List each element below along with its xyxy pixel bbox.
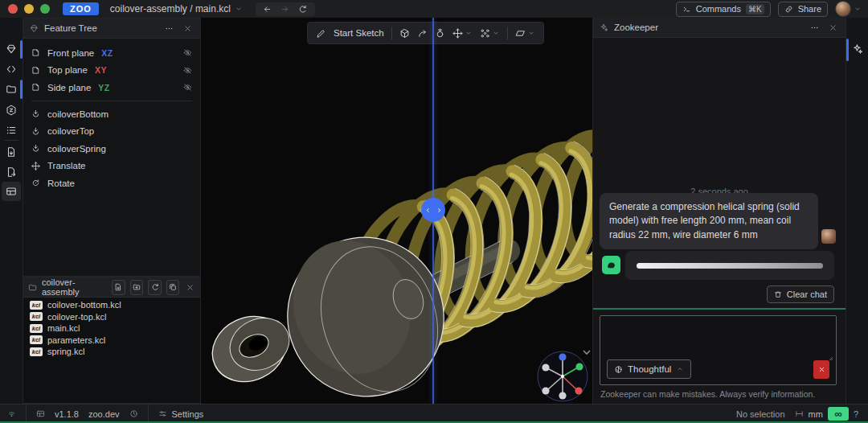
file-item[interactable]: kclmain.kcl: [30, 322, 80, 335]
share-label: Share: [798, 4, 821, 14]
refresh-files-button[interactable]: [148, 280, 162, 295]
gizmo-y-axis[interactable]: [575, 363, 583, 370]
user-menu[interactable]: [835, 1, 862, 17]
pane-split-handle[interactable]: [421, 198, 445, 222]
3d-viewport[interactable]: Start Sketch: [201, 18, 592, 404]
commands-label: Commands: [696, 4, 741, 14]
back-button[interactable]: [260, 3, 275, 15]
feature-tree-rail-button[interactable]: [6, 43, 17, 55]
zoo-variables-button[interactable]: [6, 105, 17, 116]
tree-item-coilover-top[interactable]: coiloverTop: [23, 123, 200, 141]
chevron-down-icon: [465, 29, 473, 37]
visibility-toggle-icon[interactable]: [183, 83, 192, 92]
clock-icon: [129, 409, 138, 418]
zoo-dev-link[interactable]: zoo.dev: [84, 405, 125, 423]
gizmo-x-axis[interactable]: [575, 387, 582, 394]
kcl-file-icon: kcl: [30, 335, 43, 344]
history-status-button[interactable]: [125, 405, 143, 423]
modeling-toolbar: Start Sketch: [307, 22, 544, 44]
chevron-down-icon: [527, 29, 535, 37]
help-button[interactable]: ?: [849, 405, 868, 423]
chevron-down-icon: [854, 5, 862, 13]
panel-menu-button[interactable]: [808, 21, 821, 34]
disclaimer-text: Zookeeper can make mistakes. Always veri…: [600, 389, 815, 399]
gizmo-neg-axis[interactable]: [542, 363, 549, 371]
axis-label: XZ: [101, 48, 113, 58]
import-icon: [31, 127, 40, 136]
wifi-icon: [7, 409, 16, 418]
settings-button[interactable]: Settings: [154, 405, 209, 423]
close-window-button[interactable]: [8, 4, 18, 14]
panel-close-button[interactable]: [826, 21, 839, 34]
refresh-button[interactable]: [296, 3, 310, 15]
panel-close-button[interactable]: [184, 281, 195, 294]
commands-button[interactable]: Commands ⌘K: [676, 2, 771, 17]
visibility-toggle-icon[interactable]: [183, 66, 192, 75]
gizmo-menu-chevron[interactable]: [583, 351, 590, 354]
extrude-tool-icon[interactable]: [399, 28, 410, 39]
panel-close-button[interactable]: [181, 22, 194, 35]
code-pane-button[interactable]: [6, 64, 17, 75]
input-section-divider: [593, 308, 845, 310]
feature-tree-header: Feature Tree: [23, 18, 200, 39]
model-selector-button[interactable]: Thoughtful: [607, 359, 691, 379]
clear-chat-button[interactable]: Clear chat: [767, 285, 834, 303]
project-breadcrumb[interactable]: coilover-assembly / main.kcl: [110, 3, 243, 14]
zookeeper-rail-button[interactable]: [852, 43, 863, 55]
files-pane-button[interactable]: [6, 84, 17, 95]
tree-item-rotate[interactable]: Rotate: [23, 175, 200, 192]
gizmo-neg-axis[interactable]: [542, 387, 549, 394]
view-gizmo[interactable]: [530, 344, 592, 404]
zoo-design-studio-window: ZOO coilover-assembly / main.kcl Command…: [0, 0, 868, 423]
chevron-right-icon: [436, 207, 443, 214]
gizmo-neg-axis[interactable]: [559, 392, 566, 399]
kcl-file-icon: kcl: [30, 301, 43, 310]
tree-item-coilover-spring[interactable]: coiloverSpring: [23, 140, 200, 158]
new-file-button[interactable]: [112, 280, 125, 295]
export-file-button[interactable]: [6, 146, 17, 158]
diamond-icon: [30, 24, 39, 33]
app-version[interactable]: v1.1.8: [50, 405, 84, 423]
infinity-mode-button[interactable]: ∞: [828, 407, 849, 421]
file-item[interactable]: kclparameters.kcl: [30, 335, 105, 347]
file-explorer-header: coilover-assembly: [23, 277, 200, 298]
sweep-tool-icon[interactable]: [417, 28, 428, 39]
chat-input[interactable]: [600, 316, 836, 358]
file-item[interactable]: kclcoilover-bottom.kcl: [30, 299, 121, 311]
zookeeper-panel: Zookeeper 2 seconds ago Generate a compr…: [592, 18, 845, 404]
revolve-tool-icon[interactable]: [435, 28, 445, 39]
tree-item-side-plane[interactable]: Side plane YZ: [23, 79, 200, 97]
share-button[interactable]: Share: [778, 2, 828, 17]
units-button[interactable]: mm: [790, 405, 828, 423]
import-file-button[interactable]: [6, 166, 17, 178]
logs-pane-button[interactable]: [6, 125, 17, 136]
collapse-files-button[interactable]: [166, 280, 180, 295]
panel-menu-button[interactable]: [162, 22, 175, 35]
tree-item-coilover-bottom[interactable]: coiloverBottom: [23, 105, 200, 123]
minimize-window-button[interactable]: [24, 4, 34, 14]
plane-tool-icon: [515, 28, 526, 39]
chevron-down-icon: [492, 29, 500, 37]
active-pane-indicator: [846, 39, 849, 61]
file-item[interactable]: kclspring.kcl: [30, 346, 84, 358]
tree-item-top-plane[interactable]: Top plane XY: [23, 62, 200, 80]
move-tool-button[interactable]: [452, 28, 473, 39]
start-sketch-button[interactable]: Start Sketch: [334, 28, 384, 38]
layout-pane-button[interactable]: [6, 186, 17, 197]
layout-status-button[interactable]: [31, 405, 50, 423]
plane-tool-button[interactable]: [515, 28, 535, 39]
gizmo-z-axis[interactable]: [559, 353, 566, 360]
visibility-toggle-icon[interactable]: [183, 48, 192, 57]
forward-button[interactable]: [278, 3, 293, 15]
user-chat-message: Generate a compression helical spring (s…: [600, 193, 818, 249]
network-status[interactable]: [0, 405, 21, 423]
stop-generation-button[interactable]: [813, 360, 829, 379]
maximize-window-button[interactable]: [40, 4, 50, 14]
zoo-logo[interactable]: ZOO: [63, 2, 99, 15]
tree-item-translate[interactable]: Translate: [23, 158, 200, 175]
file-item[interactable]: kclcoilover-top.kcl: [30, 311, 106, 323]
new-folder-button[interactable]: [130, 280, 144, 295]
tree-item-front-plane[interactable]: Front plane XZ: [23, 44, 200, 62]
pattern-tool-button[interactable]: [480, 28, 500, 39]
pattern-tool-icon: [480, 28, 490, 39]
